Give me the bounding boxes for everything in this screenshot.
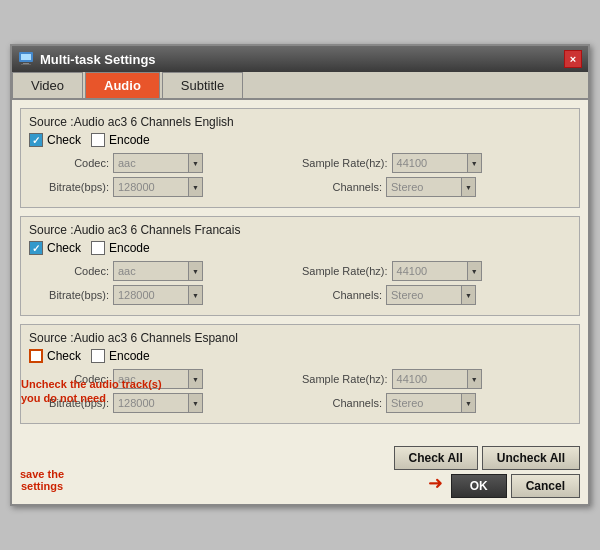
bitrate-arrow-2: ▼ (188, 286, 202, 304)
channels-select-2[interactable]: Stereo ▼ (386, 285, 476, 305)
check-item-1[interactable]: Check (29, 133, 81, 147)
channels-arrow-2: ▼ (461, 286, 475, 304)
codec-arrow-1: ▼ (188, 154, 202, 172)
codec-arrow-3: ▼ (188, 370, 202, 388)
encode-checkbox-1[interactable] (91, 133, 105, 147)
check-row-3: Check Encode Uncheck the audio track(s) … (29, 349, 571, 363)
encode-item-1[interactable]: Encode (91, 133, 150, 147)
channels-label-2: Channels: (302, 289, 382, 301)
encode-item-2[interactable]: Encode (91, 241, 150, 255)
samplerate-label-3: Sample Rate(hz): (302, 373, 388, 385)
tab-bar: Video Audio Subtitle (12, 72, 588, 100)
tab-video[interactable]: Video (12, 72, 83, 98)
svg-rect-3 (21, 64, 31, 65)
tab-subtitle[interactable]: Subtitle (162, 72, 243, 98)
uncheck-all-button[interactable]: Uncheck All (482, 446, 580, 470)
left-col-1: Codec: aac ▼ Bitrate(bps): 128000 ▼ (29, 153, 298, 201)
window-title: Multi-task Settings (40, 52, 156, 67)
main-window: Multi-task Settings × Video Audio Subtit… (10, 44, 590, 506)
samplerate-label-2: Sample Rate(hz): (302, 265, 388, 277)
bitrate-label-1: Bitrate(bps): (29, 181, 109, 193)
check-all-button[interactable]: Check All (394, 446, 478, 470)
check-item-3[interactable]: Check (29, 349, 81, 363)
check-checkbox-2[interactable] (29, 241, 43, 255)
content-area: Source :Audio ac3 6 Channels English Che… (12, 100, 588, 440)
form-cols-1: Codec: aac ▼ Bitrate(bps): 128000 ▼ (29, 153, 571, 201)
encode-label-3: Encode (109, 349, 150, 363)
audio-section-2: Source :Audio ac3 6 Channels Francais Ch… (20, 216, 580, 316)
button-group: Check All Uncheck All OK Cancel (394, 446, 581, 498)
bitrate-select-1[interactable]: 128000 ▼ (113, 177, 203, 197)
right-col-1: Sample Rate(hz): 44100 ▼ Channels: Stere… (302, 153, 571, 201)
source-label-1: Source :Audio ac3 6 Channels English (29, 115, 571, 129)
samplerate-arrow-1: ▼ (467, 154, 481, 172)
annotation-text-3: Uncheck the audio track(s) you do not ne… (21, 377, 162, 406)
samplerate-select-3[interactable]: 44100 ▼ (392, 369, 482, 389)
title-bar-left: Multi-task Settings (18, 51, 156, 67)
right-col-3: Sample Rate(hz): 44100 ▼ Channels: Stere… (302, 369, 571, 417)
bitrate-select-2[interactable]: 128000 ▼ (113, 285, 203, 305)
close-button[interactable]: × (564, 50, 582, 68)
check-item-2[interactable]: Check (29, 241, 81, 255)
bitrate-row-1: Bitrate(bps): 128000 ▼ (29, 177, 298, 197)
audio-section-1: Source :Audio ac3 6 Channels English Che… (20, 108, 580, 208)
app-icon (18, 51, 34, 67)
codec-row-2: Codec: aac ▼ (29, 261, 298, 281)
samplerate-arrow-3: ▼ (467, 370, 481, 388)
left-col-2: Codec: aac ▼ Bitrate(bps): 128000 ▼ (29, 261, 298, 309)
top-btn-row: Check All Uncheck All (394, 446, 581, 470)
ok-button[interactable]: OK (451, 474, 507, 498)
channels-row-1: Channels: Stereo ▼ (302, 177, 571, 197)
channels-select-3[interactable]: Stereo ▼ (386, 393, 476, 413)
title-bar: Multi-task Settings × (12, 46, 588, 72)
check-row-1: Check Encode (29, 133, 571, 147)
encode-label-2: Encode (109, 241, 150, 255)
check-label-2: Check (47, 241, 81, 255)
samplerate-row-3: Sample Rate(hz): 44100 ▼ (302, 369, 571, 389)
samplerate-row-1: Sample Rate(hz): 44100 ▼ (302, 153, 571, 173)
bitrate-row-2: Bitrate(bps): 128000 ▼ (29, 285, 298, 305)
check-label-1: Check (47, 133, 81, 147)
tab-audio[interactable]: Audio (85, 72, 160, 98)
codec-arrow-2: ▼ (188, 262, 202, 280)
samplerate-select-2[interactable]: 44100 ▼ (392, 261, 482, 281)
audio-section-3: Source :Audio ac3 6 Channels Espanol Che… (20, 324, 580, 424)
encode-checkbox-3[interactable] (91, 349, 105, 363)
channels-select-1[interactable]: Stereo ▼ (386, 177, 476, 197)
codec-select-1[interactable]: aac ▼ (113, 153, 203, 173)
channels-arrow-3: ▼ (461, 394, 475, 412)
encode-checkbox-2[interactable] (91, 241, 105, 255)
encode-label-1: Encode (109, 133, 150, 147)
source-label-3: Source :Audio ac3 6 Channels Espanol (29, 331, 571, 345)
save-annotation: save the settings (20, 468, 64, 492)
check-checkbox-1[interactable] (29, 133, 43, 147)
check-checkbox-3[interactable] (29, 349, 43, 363)
check-row-2: Check Encode (29, 241, 571, 255)
samplerate-row-2: Sample Rate(hz): 44100 ▼ (302, 261, 571, 281)
form-cols-2: Codec: aac ▼ Bitrate(bps): 128000 ▼ (29, 261, 571, 309)
codec-label-2: Codec: (29, 265, 109, 277)
bitrate-label-2: Bitrate(bps): (29, 289, 109, 301)
arrow-icon: ➜ (428, 472, 443, 494)
channels-label-3: Channels: (302, 397, 382, 409)
samplerate-arrow-2: ▼ (467, 262, 481, 280)
samplerate-label-1: Sample Rate(hz): (302, 157, 388, 169)
source-label-2: Source :Audio ac3 6 Channels Francais (29, 223, 571, 237)
bitrate-arrow-1: ▼ (188, 178, 202, 196)
channels-arrow-1: ▼ (461, 178, 475, 196)
bottom-area: save the settings ➜ Check All Uncheck Al… (12, 440, 588, 504)
svg-rect-1 (21, 54, 31, 60)
channels-row-3: Channels: Stereo ▼ (302, 393, 571, 413)
channels-row-2: Channels: Stereo ▼ (302, 285, 571, 305)
check-label-3: Check (47, 349, 81, 363)
bitrate-arrow-3: ▼ (188, 394, 202, 412)
codec-select-2[interactable]: aac ▼ (113, 261, 203, 281)
bottom-btn-row: OK Cancel (451, 474, 580, 498)
right-col-2: Sample Rate(hz): 44100 ▼ Channels: Stere… (302, 261, 571, 309)
codec-row-1: Codec: aac ▼ (29, 153, 298, 173)
encode-item-3[interactable]: Encode (91, 349, 150, 363)
codec-label-1: Codec: (29, 157, 109, 169)
channels-label-1: Channels: (302, 181, 382, 193)
samplerate-select-1[interactable]: 44100 ▼ (392, 153, 482, 173)
cancel-button[interactable]: Cancel (511, 474, 580, 498)
